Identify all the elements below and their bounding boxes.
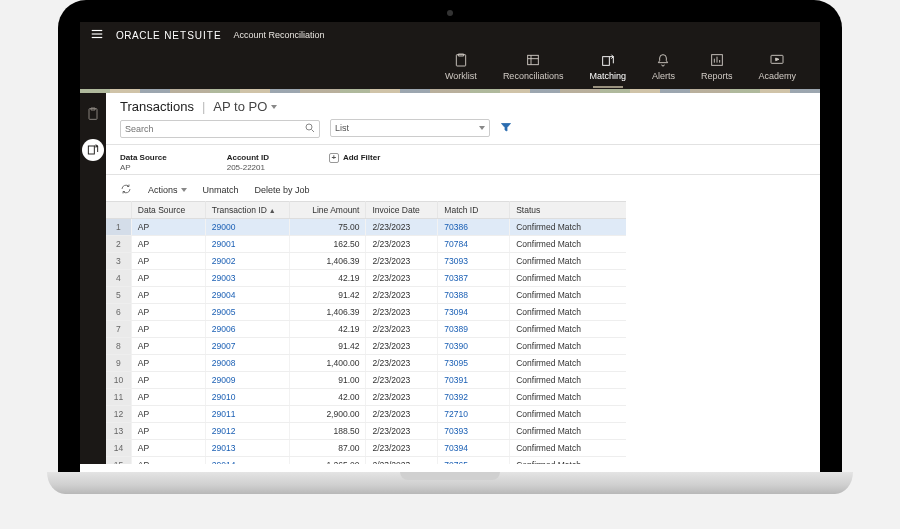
match-id-link[interactable]: 73094	[444, 307, 468, 317]
table-row[interactable]: 5AP2900491.422/23/202370388Confirmed Mat…	[106, 286, 626, 303]
transaction-id-link[interactable]: 29001	[212, 239, 236, 249]
match-id-link[interactable]: 70386	[444, 222, 468, 232]
cell-status: Confirmed Match	[510, 235, 626, 252]
cell-status: Confirmed Match	[510, 456, 626, 464]
transaction-id-link[interactable]: 29013	[212, 443, 236, 453]
cell-line-amount: 75.00	[296, 222, 359, 232]
cell-status: Confirmed Match	[510, 354, 626, 371]
refresh-icon[interactable]	[120, 183, 132, 197]
cell-data-source: AP	[131, 269, 205, 286]
row-number: 14	[106, 439, 131, 456]
transaction-id-link[interactable]: 29011	[212, 409, 236, 419]
cell-invoice-date: 2/23/2023	[366, 235, 438, 252]
transaction-id-link[interactable]: 29009	[212, 375, 236, 385]
filter-data-source: Data Source AP	[120, 153, 167, 172]
match-id-link[interactable]: 73095	[444, 358, 468, 368]
match-id-link[interactable]: 70387	[444, 273, 468, 283]
unmatch-button[interactable]: Unmatch	[203, 185, 239, 195]
row-number: 1	[106, 218, 131, 235]
match-id-link[interactable]: 72710	[444, 409, 468, 419]
transaction-id-link[interactable]: 29002	[212, 256, 236, 266]
cell-invoice-date: 2/23/2023	[366, 286, 438, 303]
match-id-link[interactable]: 70394	[444, 443, 468, 453]
table-row[interactable]: 2AP29001162.502/23/202370784Confirmed Ma…	[106, 235, 626, 252]
delete-by-job-button[interactable]: Delete by Job	[255, 185, 310, 195]
col-match-id[interactable]: Match ID	[438, 201, 510, 218]
nav-matching[interactable]: Matching	[589, 52, 626, 81]
col-transaction-id[interactable]: Transaction ID▲	[205, 201, 290, 218]
hamburger-icon[interactable]	[90, 27, 104, 43]
match-id-link[interactable]: 70392	[444, 392, 468, 402]
filter-icon[interactable]	[500, 119, 512, 137]
cell-invoice-date: 2/23/2023	[366, 371, 438, 388]
add-filter-button[interactable]: + Add Filter	[329, 153, 380, 163]
row-number: 8	[106, 337, 131, 354]
match-id-link[interactable]: 70389	[444, 324, 468, 334]
actions-menu[interactable]: Actions	[148, 185, 187, 195]
cell-status: Confirmed Match	[510, 303, 626, 320]
cell-line-amount: 1,406.39	[296, 307, 359, 317]
transaction-id-link[interactable]: 29004	[212, 290, 236, 300]
nav-academy[interactable]: Academy	[758, 52, 796, 81]
transaction-id-link[interactable]: 29000	[212, 222, 236, 232]
row-number: 9	[106, 354, 131, 371]
match-id-link[interactable]: 73093	[444, 256, 468, 266]
table-row[interactable]: 12AP290112,900.002/23/202372710Confirmed…	[106, 405, 626, 422]
cell-status: Confirmed Match	[510, 388, 626, 405]
table-row[interactable]: 3AP290021,406.392/23/202373093Confirmed …	[106, 252, 626, 269]
table-row[interactable]: 10AP2900991.002/23/202370391Confirmed Ma…	[106, 371, 626, 388]
svg-marker-13	[776, 58, 779, 61]
match-id-link[interactable]: 70391	[444, 375, 468, 385]
table-row[interactable]: 4AP2900342.192/23/202370387Confirmed Mat…	[106, 269, 626, 286]
table-row[interactable]: 15AP290141,265.002/23/202370765Confirmed…	[106, 456, 626, 464]
cell-line-amount: 162.50	[296, 239, 359, 249]
table-row[interactable]: 1AP2900075.002/23/202370386Confirmed Mat…	[106, 218, 626, 235]
row-number: 6	[106, 303, 131, 320]
svg-rect-15	[88, 146, 94, 154]
rail-transactions-icon[interactable]	[82, 139, 104, 161]
cell-invoice-date: 2/23/2023	[366, 456, 438, 464]
search-input[interactable]	[120, 120, 320, 138]
transaction-id-link[interactable]: 29014	[212, 460, 236, 464]
match-id-link[interactable]: 70388	[444, 290, 468, 300]
table-row[interactable]: 11AP2901042.002/23/202370392Confirmed Ma…	[106, 388, 626, 405]
table-row[interactable]: 7AP2900642.192/23/202370389Confirmed Mat…	[106, 320, 626, 337]
nav-reports[interactable]: Reports	[701, 52, 733, 81]
match-id-link[interactable]: 70390	[444, 341, 468, 351]
cell-invoice-date: 2/23/2023	[366, 218, 438, 235]
nav-reconciliations[interactable]: Reconciliations	[503, 52, 564, 81]
table-row[interactable]: 8AP2900791.422/23/202370390Confirmed Mat…	[106, 337, 626, 354]
cell-data-source: AP	[131, 235, 205, 252]
nav-alerts[interactable]: Alerts	[652, 52, 675, 81]
cell-status: Confirmed Match	[510, 371, 626, 388]
cell-data-source: AP	[131, 354, 205, 371]
col-invoice-date[interactable]: Invoice Date	[366, 201, 438, 218]
transaction-id-link[interactable]: 29010	[212, 392, 236, 402]
transaction-id-link[interactable]: 29006	[212, 324, 236, 334]
cell-invoice-date: 2/23/2023	[366, 439, 438, 456]
rail-clipboard-icon[interactable]	[84, 105, 102, 123]
match-id-link[interactable]: 70784	[444, 239, 468, 249]
view-selector[interactable]: List	[330, 119, 490, 137]
scope-selector[interactable]: AP to PO	[213, 99, 277, 114]
search-icon[interactable]	[304, 120, 316, 138]
cell-status: Confirmed Match	[510, 337, 626, 354]
transaction-id-link[interactable]: 29003	[212, 273, 236, 283]
col-data-source[interactable]: Data Source	[131, 201, 205, 218]
cell-line-amount: 42.19	[296, 324, 359, 334]
match-id-link[interactable]: 70393	[444, 426, 468, 436]
col-status[interactable]: Status	[510, 201, 626, 218]
transaction-id-link[interactable]: 29008	[212, 358, 236, 368]
nav-worklist[interactable]: Worklist	[445, 52, 477, 81]
table-row[interactable]: 13AP29012188.502/23/202370393Confirmed M…	[106, 422, 626, 439]
plus-icon: +	[329, 153, 339, 163]
row-number: 7	[106, 320, 131, 337]
table-row[interactable]: 6AP290051,406.392/23/202373094Confirmed …	[106, 303, 626, 320]
transaction-id-link[interactable]: 29012	[212, 426, 236, 436]
col-line-amount[interactable]: Line Amount	[290, 201, 366, 218]
transaction-id-link[interactable]: 29005	[212, 307, 236, 317]
match-id-link[interactable]: 70765	[444, 460, 468, 464]
table-row[interactable]: 9AP290081,400.002/23/202373095Confirmed …	[106, 354, 626, 371]
transaction-id-link[interactable]: 29007	[212, 341, 236, 351]
table-row[interactable]: 14AP2901387.002/23/202370394Confirmed Ma…	[106, 439, 626, 456]
